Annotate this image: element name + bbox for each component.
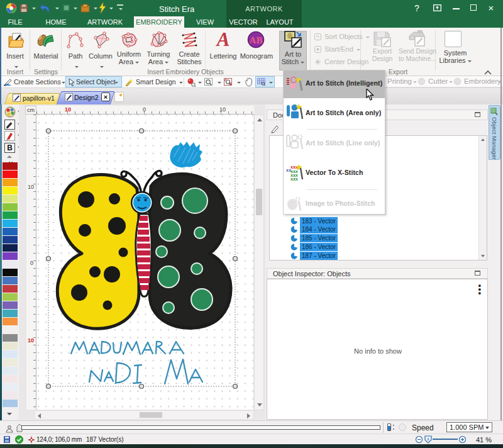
svg-text:AB: AB — [250, 35, 263, 45]
svg-text:xxx: xxx — [290, 177, 298, 181]
